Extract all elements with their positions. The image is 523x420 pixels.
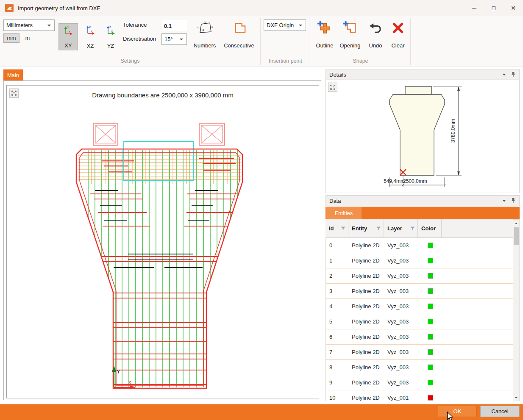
cancel-button[interactable]: Cancel — [480, 406, 520, 417]
filter-funnel-icon[interactable] — [341, 227, 345, 231]
scroll-down-button[interactable] — [513, 394, 519, 401]
units-dropdown[interactable]: Millimeters — [3, 19, 55, 31]
data-tabstrip: Entities — [325, 207, 520, 219]
cell-id: 6 — [326, 334, 349, 340]
ok-button[interactable]: OK — [438, 406, 477, 417]
color-swatch — [428, 288, 433, 294]
pin-icon[interactable] — [511, 198, 516, 204]
cell-entity: Polyline 2D — [349, 379, 384, 386]
details-zoom-fit-button[interactable] — [328, 83, 337, 92]
minimize-button[interactable]: ─ — [465, 0, 484, 16]
cell-layer: Vyz_003 — [384, 334, 418, 340]
data-header: Data — [325, 195, 520, 206]
offset-dim-label: 549,4mm — [384, 178, 405, 184]
plane-yz-button[interactable]: z y YZ — [101, 23, 120, 50]
cell-id: 7 — [326, 349, 349, 355]
rebar-vertical-green — [88, 150, 237, 387]
table-row[interactable]: 7 Polyline 2D Vyz_003 — [326, 345, 513, 360]
window-title: Import geometry of wall from DXF — [18, 5, 100, 11]
collapse-chevron-icon[interactable] — [502, 73, 506, 76]
table-row[interactable]: 3 Polyline 2D Vyz_003 — [326, 284, 513, 299]
numbers-button[interactable]: 1 2 3 4 Numbers — [192, 19, 218, 50]
tab-entities[interactable]: Entities — [326, 207, 362, 219]
table-row[interactable]: 4 Polyline 2D Vyz_003 — [326, 299, 513, 314]
cell-entity: Polyline 2D — [349, 318, 384, 325]
bearing-box-right — [199, 123, 225, 145]
clear-label: Clear — [391, 42, 404, 50]
discretisation-value: 15° — [164, 36, 173, 42]
details-title: Details — [329, 72, 346, 78]
opening-icon — [342, 21, 358, 35]
cell-entity: Polyline 2D — [349, 257, 384, 264]
scroll-up-button[interactable] — [513, 220, 519, 227]
footer-bar: OK Cancel — [0, 404, 523, 420]
cell-color — [418, 258, 442, 263]
xy-axes-icon: Y x — [63, 25, 74, 36]
outline-label: Outline — [316, 42, 333, 50]
column-header-filler — [442, 219, 513, 238]
opening-button[interactable]: Opening — [337, 19, 363, 50]
cell-color — [418, 334, 442, 340]
svg-text:4: 4 — [202, 28, 204, 32]
discretisation-dropdown[interactable]: 15° — [161, 33, 187, 45]
cell-entity: Polyline 2D — [349, 364, 384, 370]
cell-color — [418, 319, 442, 324]
opening-label: Opening — [339, 42, 360, 50]
shape-group-label: Shape — [311, 58, 410, 64]
width-dim-label: 2500,0mm — [403, 178, 427, 184]
insertion-group-label: Insertion point — [260, 58, 311, 64]
table-row[interactable]: 10 Polyline 2D Vyz_001 — [326, 390, 513, 401]
close-button[interactable]: ✕ — [504, 0, 523, 16]
unit-mm-button[interactable]: mm — [3, 33, 19, 43]
svg-text:x: x — [69, 30, 70, 33]
consecutive-shape-icon — [231, 21, 247, 35]
table-scrollbar[interactable] — [513, 219, 520, 401]
consecutive-button[interactable]: Consecutive — [220, 19, 259, 50]
table-row[interactable]: 0 Polyline 2D Vyz_003 — [326, 238, 513, 253]
unit-m-button[interactable]: m — [21, 33, 34, 43]
table-row[interactable]: 2 Polyline 2D Vyz_003 — [326, 268, 513, 284]
tab-main[interactable]: Main — [3, 69, 23, 80]
table-row[interactable]: 9 Polyline 2D Vyz_003 — [326, 375, 513, 390]
cell-layer: Vyz_003 — [384, 273, 418, 279]
column-header-color[interactable]: Color — [418, 219, 442, 238]
table-row[interactable]: 1 Polyline 2D Vyz_003 — [326, 253, 513, 268]
cell-entity: Polyline 2D — [349, 349, 384, 355]
axis-x-label: X — [128, 379, 132, 386]
chevron-down-icon — [47, 24, 52, 27]
maximize-button[interactable]: □ — [484, 0, 504, 16]
scrollbar-thumb[interactable] — [514, 227, 519, 245]
shape-preview: 3780,0mm 549,4mm 2500,0mm — [326, 80, 519, 192]
entities-table-header: Id Entity Layer Color — [325, 219, 513, 238]
svg-text:2: 2 — [204, 21, 206, 25]
table-row[interactable]: 6 Polyline 2D Vyz_003 — [326, 329, 513, 345]
table-row[interactable]: 5 Polyline 2D Vyz_003 — [326, 314, 513, 329]
insertion-point-dropdown[interactable]: DXF Origin — [264, 19, 306, 31]
clear-button[interactable]: Clear — [387, 19, 409, 50]
consecutive-label: Consecutive — [224, 42, 254, 50]
zoom-fit-button[interactable] — [9, 88, 19, 98]
plane-yz-label: YZ — [107, 43, 114, 50]
table-row[interactable]: 8 Polyline 2D Vyz_003 — [326, 360, 513, 375]
plane-xz-button[interactable]: z x XZ — [81, 23, 100, 50]
height-dim-label: 3780,0mm — [450, 119, 456, 143]
app-icon — [5, 4, 14, 12]
outline-button[interactable]: Outline — [314, 19, 336, 50]
color-swatch — [428, 334, 433, 340]
column-header-id[interactable]: Id — [325, 219, 348, 238]
svg-text:3: 3 — [211, 25, 214, 29]
cell-layer: Vyz_003 — [384, 364, 418, 370]
filter-funnel-icon[interactable] — [410, 227, 415, 231]
column-header-layer[interactable]: Layer — [384, 219, 418, 238]
pin-icon[interactable] — [511, 72, 516, 77]
tolerance-input[interactable]: 0.1 — [162, 20, 187, 31]
color-swatch — [428, 258, 433, 263]
plane-xy-button[interactable]: Y x XY — [58, 23, 78, 50]
cell-entity: Polyline 2D — [349, 395, 384, 401]
undo-button[interactable]: Undo — [365, 19, 386, 50]
column-header-entity[interactable]: Entity — [348, 219, 384, 238]
svg-text:Y: Y — [67, 25, 70, 29]
filter-funnel-icon[interactable] — [376, 227, 381, 231]
drawing-canvas[interactable]: Drawing boundaries are 2500,000 x 3980,0… — [6, 85, 319, 398]
collapse-chevron-icon[interactable] — [502, 199, 506, 202]
